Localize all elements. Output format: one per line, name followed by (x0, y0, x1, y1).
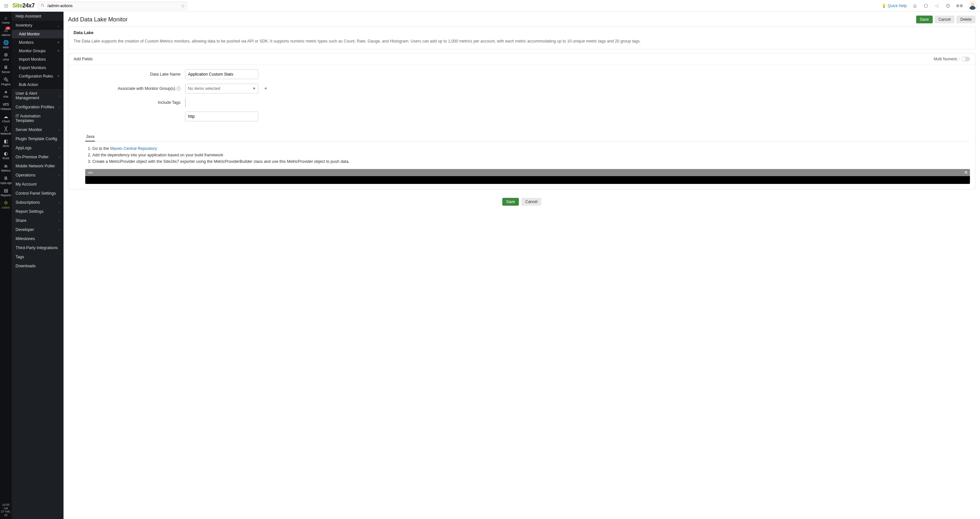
user-avatar[interactable] (968, 2, 977, 10)
add-group-button[interactable]: ＋ (263, 86, 269, 91)
help-icon[interactable] (945, 3, 951, 9)
nav-item[interactable]: My Account (12, 180, 64, 189)
code-icon: </> (88, 171, 93, 174)
rail-glyph-icon: ⌂ (5, 15, 7, 21)
rail-item-reports[interactable]: ▤Reports (0, 186, 12, 198)
rail-item-metrics[interactable]: ≣Metrics (0, 161, 12, 174)
rail-item-web[interactable]: 🌐Web (0, 38, 12, 51)
plus-icon[interactable]: + (57, 40, 60, 45)
search-input[interactable] (38, 2, 187, 10)
name-input[interactable] (185, 69, 258, 79)
info-icon[interactable]: i (177, 86, 180, 91)
refer-icon[interactable] (934, 3, 940, 9)
cancel-button[interactable]: Cancel (935, 16, 955, 23)
search-target-icon[interactable]: ◎ (181, 3, 185, 8)
add-fields-title: Add Fields (73, 57, 93, 61)
rail-label: Network (0, 132, 11, 135)
nav-item[interactable]: Operations› (12, 171, 64, 180)
nav-item[interactable]: Share› (12, 216, 64, 225)
save-button-bottom[interactable]: Save (502, 198, 519, 206)
nav-item[interactable]: Inventory⌄ (12, 21, 64, 30)
rail-item-rum[interactable]: ◐RUM (0, 149, 12, 161)
rail-label: Server (2, 70, 10, 73)
hexagon-icon[interactable] (923, 3, 929, 9)
code-block: </> ⧉ (85, 169, 970, 184)
global-search[interactable]: ◎ (38, 2, 187, 10)
copy-icon[interactable]: ⧉ (965, 170, 967, 174)
rail-item-home[interactable]: ⌂Home (0, 14, 12, 26)
quick-help-link[interactable]: 💡 Quick Help (881, 3, 907, 8)
rail-item-applogs[interactable]: 🗎AppLogs (0, 174, 12, 186)
rail-item-network[interactable]: ╳Network (0, 125, 12, 137)
instruction-step-3: Create a MetricProvider object with the … (92, 159, 969, 164)
bottom-actions: Save Cancel (68, 193, 975, 206)
nav-item[interactable]: IT Automation Templates (12, 112, 64, 125)
nav-item[interactable]: Downloads (12, 262, 64, 270)
multi-numeric-toggle[interactable] (961, 57, 970, 61)
rail-item-server[interactable]: 🖥Server (0, 63, 12, 75)
rail-item-apm[interactable]: ⚙APM (0, 51, 12, 63)
nav-item[interactable]: On-Premise Poller› (12, 152, 64, 161)
svg-point-2 (7, 4, 8, 5)
nav-item[interactable]: Tags (12, 252, 64, 262)
nav-subitem[interactable]: Add Monitor (12, 30, 64, 38)
nav-subitem-label: Monitors (19, 40, 34, 45)
maven-link[interactable]: Maven Central Repository (110, 146, 157, 151)
nav-item[interactable]: Milestones (12, 234, 64, 243)
rail-item-plugins[interactable]: 🔌Plugins (0, 75, 12, 88)
nav-item[interactable]: Report Settings› (12, 207, 64, 216)
product-logo[interactable]: Site24x7 (12, 2, 35, 9)
nav-item-label: Report Settings (16, 209, 43, 214)
page-title: Add Data Lake Monitor (68, 16, 128, 23)
nav-item[interactable]: Mobile Network Poller (12, 161, 64, 171)
nav-item-label: Share (16, 218, 26, 223)
rail-label: Metrics (1, 169, 11, 172)
tab-java[interactable]: Java (85, 133, 95, 141)
nav-subitem[interactable]: Configuration Rules+ (12, 72, 64, 80)
plus-icon[interactable]: + (57, 49, 60, 53)
datalake-info-panel: Data Lake The Data Lake supports the cre… (68, 27, 975, 49)
tags-input[interactable] (185, 112, 258, 121)
save-button[interactable]: Save (916, 16, 933, 23)
datalake-info-desc: The Data Lake supports the creation of C… (68, 38, 975, 49)
nav-item[interactable]: User & Alert Management› (12, 89, 64, 102)
rail-item-vmware[interactable]: vmVMware (0, 100, 12, 112)
nav-item-label: Developer (16, 227, 34, 232)
nav-item-label: IT Automation Templates (16, 114, 60, 123)
rail-glyph-icon: ▤ (4, 188, 8, 193)
nav-item[interactable]: Plugin Template Config (12, 134, 64, 144)
svg-line-14 (936, 5, 937, 5)
nav-item[interactable]: Control Panel Settings (12, 189, 64, 198)
settings-icon[interactable]: ⚙⚙ (956, 3, 963, 9)
nav-subitem[interactable]: Import Monitors (12, 55, 64, 64)
nav-subitem[interactable]: Monitor Groups+ (12, 47, 64, 55)
rail-label: AppLogs (0, 181, 12, 185)
rail-item-admin[interactable]: ⚙Admin (0, 198, 12, 211)
nav-subitem[interactable]: Export Monitors (12, 64, 64, 72)
nav-item[interactable]: Help Assistant (12, 12, 64, 21)
cancel-button-bottom[interactable]: Cancel (522, 198, 541, 206)
svg-point-4 (6, 5, 6, 6)
nav-item[interactable]: Subscriptions› (12, 198, 64, 207)
rail-item-sdn[interactable]: ◧SDN (0, 137, 12, 149)
top-actions: 💡 Quick Help ⚙⚙ (881, 2, 977, 10)
nav-item[interactable]: Third-Party Integrations (12, 243, 64, 252)
nav-item[interactable]: Server Monitor› (12, 125, 64, 134)
nav-subitem[interactable]: Bulk Action (12, 80, 64, 89)
nav-item[interactable]: Developer› (12, 225, 64, 234)
rail-item-cloud[interactable]: ☁Cloud (0, 112, 12, 125)
nav-subitem[interactable]: Monitors+ (12, 38, 64, 47)
delete-button[interactable]: Delete (956, 16, 975, 23)
bell-icon[interactable] (912, 3, 918, 9)
plus-icon[interactable]: + (57, 74, 60, 78)
app-grid-icon[interactable] (3, 3, 9, 9)
rail-glyph-icon: ⚙ (4, 52, 8, 57)
rail-item-k8s[interactable]: ⎈K8s (0, 88, 12, 100)
nav-item-label: Configuration Profiles (16, 105, 54, 109)
group-select[interactable]: No items selected ▾ (185, 84, 258, 93)
nav-item-label: Help Assistant (16, 14, 41, 19)
code-block-body[interactable] (85, 176, 970, 184)
rail-item-alarms[interactable]: ⚠Alarms16 (0, 26, 12, 38)
nav-item[interactable]: Configuration Profiles› (12, 102, 64, 112)
nav-item[interactable]: AppLogs› (12, 144, 64, 152)
